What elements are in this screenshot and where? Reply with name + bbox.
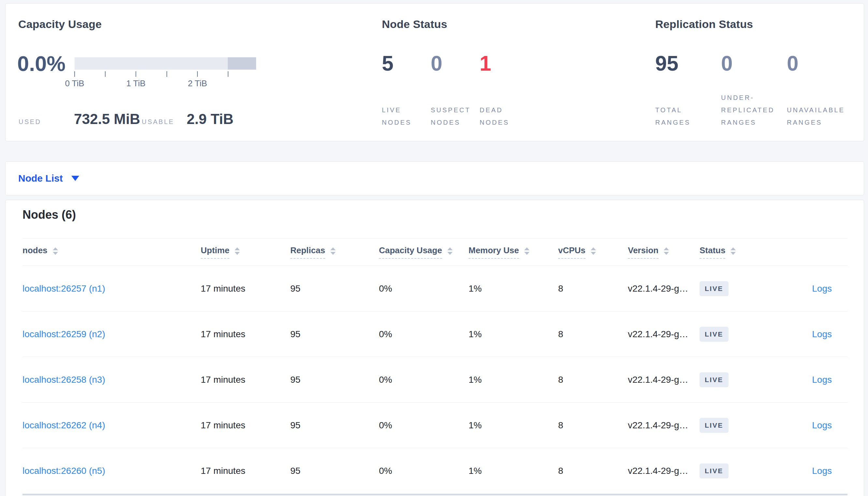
table-bottom-divider (23, 494, 848, 495)
unavailable-ranges-value: 0 (787, 53, 845, 74)
logs-link[interactable]: Logs (812, 466, 832, 476)
capacity-percent-value: 0.0% (17, 53, 65, 74)
node-address-link[interactable]: localhost:26258 (n3) (23, 375, 105, 385)
node-list-dropdown-label: Node List (18, 173, 63, 184)
replicas-cell: 95 (290, 466, 379, 476)
under-replicated-ranges-value: 0 (721, 53, 780, 74)
replication-stats: 95 TOTAL RANGES 0 UNDER-REPLICATED RANGE… (655, 53, 845, 128)
node-address-link[interactable]: localhost:26262 (n4) (23, 420, 105, 430)
vcpus-cell: 8 (558, 466, 628, 476)
capacity-cell: 0% (379, 283, 468, 294)
table-row: localhost:26262 (n4) 17 minutes 95 0% 1%… (23, 403, 848, 448)
column-header-uptime[interactable]: Uptime (201, 245, 290, 259)
version-cell: v22.1.4-29-g… (628, 283, 700, 294)
column-header-memory-use[interactable]: Memory Use (468, 245, 558, 259)
under-replicated-ranges-stat: 0 UNDER-REPLICATED RANGES (721, 53, 780, 128)
capacity-used-value: 732.5 MiB (74, 111, 140, 127)
status-badge: LIVE (700, 327, 729, 342)
sort-icon (524, 247, 529, 255)
view-selector-bar: Node List (5, 161, 864, 195)
logs-link[interactable]: Logs (812, 329, 832, 339)
column-header-replicas[interactable]: Replicas (290, 245, 379, 259)
capacity-usable-label: USABLE (142, 118, 174, 126)
memory-cell: 1% (468, 420, 558, 431)
replicas-cell: 95 (290, 329, 379, 339)
vcpus-cell: 8 (558, 329, 628, 339)
sort-icon (330, 247, 335, 255)
cluster-summary-panel: Capacity Usage 0.0% 0 TiB 1 TiB 2 TiB US… (5, 3, 864, 141)
logs-link[interactable]: Logs (812, 375, 832, 385)
replicas-cell: 95 (290, 283, 379, 294)
axis-tick (74, 71, 75, 77)
nodes-section-heading: Nodes (6) (23, 208, 76, 222)
capacity-cell: 0% (379, 329, 468, 339)
sort-icon (447, 247, 452, 255)
under-replicated-ranges-label: UNDER-REPLICATED RANGES (721, 91, 780, 128)
axis-tick (166, 71, 167, 77)
axis-tick-label: 2 TiB (178, 78, 217, 89)
status-badge: LIVE (700, 463, 729, 478)
total-ranges-stat: 95 TOTAL RANGES (655, 53, 714, 128)
column-header-capacity-usage[interactable]: Capacity Usage (379, 245, 468, 259)
total-ranges-label: TOTAL RANGES (655, 104, 714, 128)
dead-nodes-value: 1 (480, 53, 519, 74)
column-header-version[interactable]: Version (628, 245, 700, 259)
vcpus-cell: 8 (558, 375, 628, 385)
sort-icon (591, 247, 596, 255)
suspect-nodes-label: SUSPECT NODES (431, 104, 470, 128)
capacity-cell: 0% (379, 466, 468, 476)
node-status-stats: 5 LIVE NODES 0 SUSPECT NODES 1 DEAD NODE… (382, 53, 519, 128)
vcpus-cell: 8 (558, 283, 628, 294)
total-ranges-value: 95 (655, 53, 714, 74)
sort-icon (235, 247, 240, 255)
table-row: localhost:26257 (n1) 17 minutes 95 0% 1%… (23, 266, 848, 311)
uptime-cell: 17 minutes (201, 375, 290, 385)
version-cell: v22.1.4-29-g… (628, 329, 700, 339)
axis-tick-label: 0 TiB (55, 78, 94, 89)
capacity-usage-bar (75, 57, 256, 69)
column-header-vcpus[interactable]: vCPUs (558, 245, 628, 259)
vcpus-cell: 8 (558, 420, 628, 431)
uptime-cell: 17 minutes (201, 283, 290, 294)
nodes-table-panel: Nodes (6) nodes Uptime Replicas Capacity… (5, 200, 864, 496)
node-status-title: Node Status (382, 18, 447, 31)
live-nodes-stat: 5 LIVE NODES (382, 53, 421, 128)
unavailable-ranges-stat: 0 UNAVAILABLE RANGES (787, 53, 845, 128)
column-header-nodes[interactable]: nodes (23, 245, 201, 259)
column-header-status[interactable]: Status (700, 245, 752, 259)
table-row: localhost:26258 (n3) 17 minutes 95 0% 1%… (23, 357, 848, 403)
table-row: localhost:26259 (n2) 17 minutes 95 0% 1%… (23, 311, 848, 357)
version-cell: v22.1.4-29-g… (628, 420, 700, 431)
table-row: localhost:26260 (n5) 17 minutes 95 0% 1%… (23, 448, 848, 494)
sort-icon (731, 247, 736, 255)
axis-tick-label: 1 TiB (116, 78, 155, 89)
uptime-cell: 17 minutes (201, 329, 290, 339)
capacity-bar-end-segment (228, 57, 256, 69)
replicas-cell: 95 (290, 420, 379, 431)
axis-tick (136, 71, 136, 77)
status-badge: LIVE (700, 372, 729, 387)
replicas-cell: 95 (290, 375, 379, 385)
status-badge: LIVE (700, 281, 729, 296)
uptime-cell: 17 minutes (201, 420, 290, 431)
live-nodes-label: LIVE NODES (382, 104, 421, 128)
live-nodes-value: 5 (382, 53, 421, 74)
node-address-link[interactable]: localhost:26259 (n2) (23, 329, 105, 339)
node-list-dropdown[interactable]: Node List (18, 173, 79, 184)
table-header-row: nodes Uptime Replicas Capacity Usage Mem… (23, 238, 848, 266)
unavailable-ranges-label: UNAVAILABLE RANGES (787, 104, 845, 128)
logs-link[interactable]: Logs (812, 420, 832, 430)
chevron-down-icon (71, 176, 79, 181)
replication-status-title: Replication Status (655, 18, 753, 31)
node-address-link[interactable]: localhost:26257 (n1) (23, 283, 105, 294)
version-cell: v22.1.4-29-g… (628, 375, 700, 385)
axis-tick (105, 71, 106, 77)
capacity-cell: 0% (379, 420, 468, 431)
sort-icon (664, 247, 669, 255)
logs-link[interactable]: Logs (812, 283, 832, 294)
memory-cell: 1% (468, 329, 558, 339)
dead-nodes-stat: 1 DEAD NODES (480, 53, 519, 128)
axis-tick (197, 71, 198, 77)
version-cell: v22.1.4-29-g… (628, 466, 700, 476)
node-address-link[interactable]: localhost:26260 (n5) (23, 466, 105, 476)
